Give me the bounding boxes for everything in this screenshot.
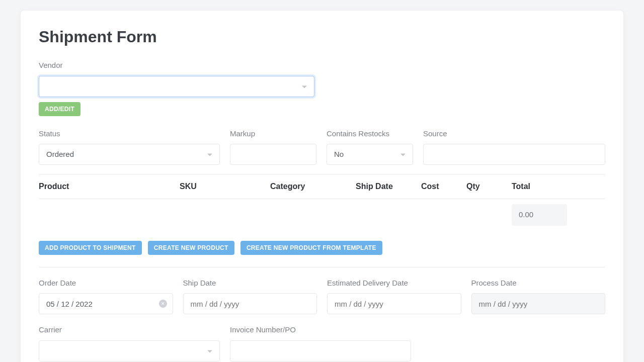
table-totals-row: 0.00 (39, 199, 605, 234)
restocks-select[interactable]: No (327, 144, 413, 165)
source-input-wrap[interactable] (423, 144, 605, 165)
ship-date-label: Ship Date (183, 278, 317, 289)
carrier-select[interactable] (39, 340, 220, 361)
source-field-group: Source (423, 128, 605, 165)
markup-input[interactable] (230, 144, 338, 164)
create-from-template-button[interactable]: CREATE NEW PRODUCT FROM TEMPLATE (240, 241, 382, 255)
edd-label: Estimated Delivery Date (327, 278, 461, 289)
source-label: Source (423, 128, 605, 140)
vendor-add-edit-button[interactable]: ADD/EDIT (39, 102, 80, 116)
products-table: Product SKU Category Ship Date Cost Qty … (39, 174, 605, 234)
add-product-button[interactable]: ADD PRODUCT TO SHIPMENT (39, 241, 142, 255)
process-date-label: Process Date (471, 278, 606, 289)
order-date-input[interactable] (46, 294, 166, 314)
status-row: Status Ordered Markup % Contains Restock… (39, 128, 605, 165)
restocks-label: Contains Restocks (327, 128, 413, 140)
create-product-button[interactable]: CREATE NEW PRODUCT (148, 241, 234, 255)
chevron-down-icon (207, 154, 212, 156)
order-date-group: Order Date (39, 278, 173, 315)
restocks-field-group: Contains Restocks No (327, 128, 413, 165)
col-total: Total (512, 180, 605, 193)
process-date-input-wrap (471, 293, 606, 314)
edd-input[interactable] (335, 294, 454, 314)
process-date-group: Process Date (471, 278, 606, 315)
restocks-select-value: No (334, 149, 344, 160)
invoice-input[interactable] (237, 341, 404, 361)
ship-date-group: Ship Date (183, 278, 317, 315)
chevron-down-icon (400, 154, 406, 156)
status-select-value: Ordered (46, 149, 74, 160)
order-date-label: Order Date (39, 278, 173, 289)
status-label: Status (39, 128, 220, 140)
col-cost: Cost (421, 180, 466, 193)
vendor-label: Vendor (39, 60, 605, 71)
chevron-down-icon (302, 85, 307, 88)
vendor-select[interactable] (39, 76, 314, 97)
col-category: Category (270, 180, 356, 193)
ship-date-input[interactable] (191, 294, 310, 314)
edd-group: Estimated Delivery Date (327, 278, 461, 315)
carrier-row: Carrier Invoice Number/PO (39, 324, 605, 361)
page-title: Shipment Form (39, 25, 605, 49)
markup-field-group: Markup % (230, 128, 316, 165)
table-total-value: 0.00 (512, 204, 567, 226)
edd-input-wrap[interactable] (327, 293, 461, 314)
chevron-down-icon (207, 350, 212, 352)
status-field-group: Status Ordered (39, 128, 220, 165)
col-sku: SKU (180, 180, 270, 193)
source-input[interactable] (431, 144, 598, 164)
invoice-label: Invoice Number/PO (230, 324, 411, 336)
ship-date-input-wrap[interactable] (183, 293, 317, 314)
divider (39, 267, 605, 267)
col-qty: Qty (466, 180, 512, 193)
carrier-label: Carrier (39, 324, 220, 336)
vendor-field-group: Vendor ADD/EDIT (39, 60, 605, 116)
table-header-row: Product SKU Category Ship Date Cost Qty … (39, 174, 605, 199)
order-date-input-wrap[interactable] (39, 293, 173, 314)
clear-icon[interactable] (159, 300, 167, 308)
invoice-input-wrap[interactable] (230, 340, 411, 361)
markup-label: Markup (230, 128, 316, 140)
dates-row: Order Date Ship Date Estimated Delivery … (39, 278, 605, 315)
markup-input-group[interactable]: % (230, 144, 316, 165)
invoice-group: Invoice Number/PO (230, 324, 411, 361)
status-select[interactable]: Ordered (39, 144, 220, 165)
col-shipdate: Ship Date (356, 180, 421, 193)
shipment-form-card: Shipment Form Vendor ADD/EDIT Status Ord… (20, 10, 624, 362)
product-buttons-row: ADD PRODUCT TO SHIPMENT CREATE NEW PRODU… (39, 241, 605, 255)
process-date-input (479, 294, 598, 314)
carrier-group: Carrier (39, 324, 220, 361)
col-product: Product (39, 180, 180, 193)
